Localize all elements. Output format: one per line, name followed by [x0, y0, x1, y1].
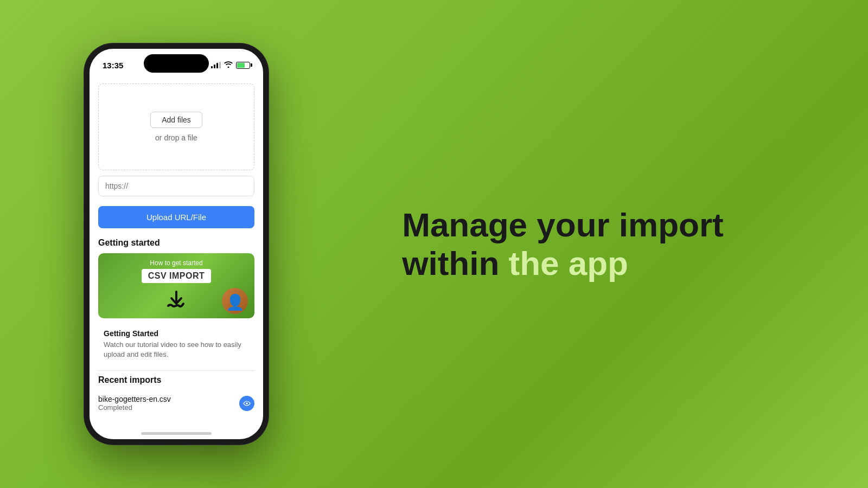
- getting-started-card: Getting Started Watch our tutorial video…: [98, 324, 254, 365]
- import-info: bike-gogetters-en.csv Completed: [98, 395, 171, 412]
- status-time: 13:35: [103, 61, 123, 70]
- import-arrow-icon: [164, 288, 189, 313]
- recent-imports-section: Recent imports bike-gogetters-en.csv Com…: [90, 371, 263, 419]
- phone-frame: 13:35: [84, 43, 269, 445]
- url-input-container: [98, 176, 254, 196]
- drop-file-text: or drop a file: [155, 133, 197, 142]
- hero-line2-normal: within: [402, 245, 508, 282]
- add-files-button[interactable]: Add files: [150, 112, 202, 128]
- file-upload-area[interactable]: Add files or drop a file: [98, 84, 254, 170]
- phone-mockup: 13:35: [84, 43, 269, 445]
- avatar: 👤: [222, 288, 248, 314]
- view-import-button[interactable]: [239, 396, 254, 411]
- signal-icon: [211, 62, 221, 68]
- hero-line2-highlight: the app: [509, 245, 628, 282]
- hero-section: Manage your import within the app: [269, 206, 868, 283]
- getting-started-title: Getting started: [90, 234, 263, 253]
- import-item[interactable]: bike-gogetters-en.csv Completed: [98, 390, 254, 416]
- video-label: How to get started: [150, 259, 202, 267]
- hero-line1: Manage your import: [402, 206, 724, 243]
- status-icons: [211, 61, 250, 69]
- card-description: Watch our tutorial video to see how to e…: [104, 340, 249, 359]
- svg-point-0: [246, 402, 248, 404]
- hero-heading: Manage your import within the app: [402, 206, 724, 283]
- home-indicator: [141, 432, 212, 435]
- import-status: Completed: [98, 403, 171, 412]
- phone-screen: Add files or drop a file Upload URL/File…: [90, 78, 263, 439]
- card-title: Getting Started: [104, 329, 249, 338]
- upload-url-file-button[interactable]: Upload URL/File: [98, 206, 254, 228]
- url-input[interactable]: [98, 176, 254, 196]
- recent-imports-title: Recent imports: [98, 375, 254, 385]
- csv-import-badge: CSV IMPORT: [142, 269, 212, 283]
- battery-icon: [236, 62, 250, 69]
- import-filename: bike-gogetters-en.csv: [98, 395, 171, 403]
- dynamic-island: [144, 54, 209, 73]
- wifi-icon: [224, 61, 233, 69]
- status-bar: 13:35: [90, 49, 263, 78]
- tutorial-video-thumbnail[interactable]: How to get started CSV IMPORT 👤: [98, 253, 254, 318]
